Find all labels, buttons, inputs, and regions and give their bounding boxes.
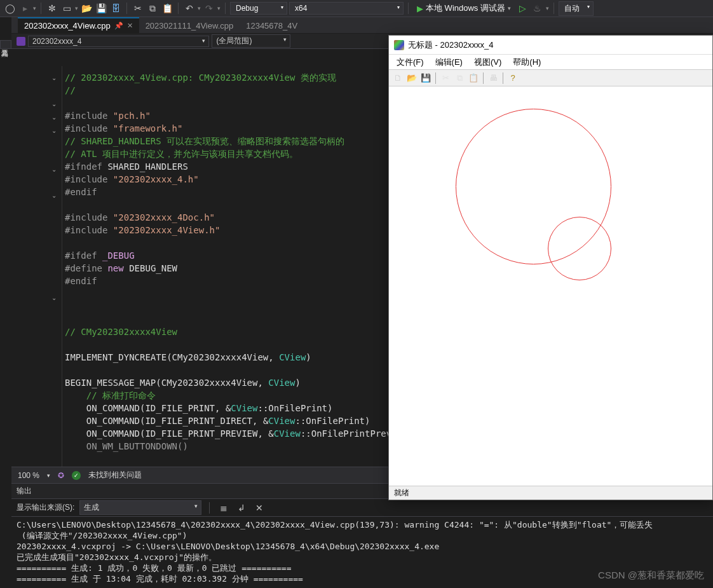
tab-label: 202302xxxx_4View.cpp xyxy=(24,21,111,31)
separator xyxy=(553,3,554,14)
output-source-dropdown[interactable]: 生成 xyxy=(79,500,201,515)
clear-icon[interactable]: ≣ xyxy=(217,502,230,514)
tab-label: 2023021111_4View.cpp xyxy=(146,21,234,31)
new-file-icon[interactable]: 🗋 xyxy=(391,72,404,85)
paste-icon[interactable]: 📋 xyxy=(161,2,173,15)
start-no-debug-icon[interactable]: ▷ xyxy=(517,2,529,15)
platform-dropdown[interactable]: x64 xyxy=(289,2,404,15)
small-circle xyxy=(548,217,611,280)
tab-item[interactable]: 2023021111_4View.cpp xyxy=(139,18,240,33)
menu-file[interactable]: 文件(F) xyxy=(391,55,429,69)
auto-dropdown[interactable]: 自动 xyxy=(559,1,594,16)
no-issues-label: 未找到相关问题 xyxy=(88,470,142,481)
cut-icon[interactable]: ✂ xyxy=(132,2,144,15)
open-icon[interactable]: 📂 xyxy=(80,2,93,15)
app-title: 无标题 - 202302xxxx_4 xyxy=(408,39,493,51)
mfc-app-window[interactable]: 无标题 - 202302xxxx_4 文件(F) 编辑(E) 视图(V) 帮助(… xyxy=(388,35,713,500)
paste-icon[interactable]: 📋 xyxy=(467,72,480,85)
editor-gutter: ⌄ ⌄ ⌄ ⌄ ⌄ ⌄ ⌄ xyxy=(11,66,62,467)
app-icon xyxy=(394,40,404,50)
save-file-icon[interactable]: 💾 xyxy=(419,72,432,85)
app-titlebar[interactable]: 无标题 - 202302xxxx_4 xyxy=(389,36,712,55)
help-icon[interactable]: ? xyxy=(506,72,519,85)
side-tab-toolbox[interactable]: 工具箱 xyxy=(0,40,11,49)
check-icon: ✓ xyxy=(72,471,81,480)
play-icon: ▶ xyxy=(417,4,423,13)
redo-icon[interactable]: ↷ xyxy=(203,2,215,15)
back-icon[interactable]: ◯ xyxy=(4,2,17,15)
copy-icon[interactable]: ⧉ xyxy=(146,2,159,15)
print-icon[interactable]: 🖶 xyxy=(487,72,499,85)
breadcrumb-scope[interactable]: (全局范围) xyxy=(212,34,290,48)
copy-icon[interactable]: ⧉ xyxy=(453,72,466,85)
menu-help[interactable]: 帮助(H) xyxy=(508,55,546,69)
separator xyxy=(408,3,409,14)
wordwrap-icon[interactable]: ↲ xyxy=(235,502,248,514)
start-debug-button[interactable]: ▶ 本地 Windows 调试器 ▾ xyxy=(413,3,515,14)
hot-reload-icon[interactable]: ♨ xyxy=(531,2,544,15)
vs-secondary-toolbar: ◯ ▸ ▾ ✼ ▭ ▾ 📂 💾 🗄 ✂ ⧉ 📋 ↶ ▾ ↷ ▾ Debug x6… xyxy=(0,0,713,17)
tab-item[interactable]: 12345678_4V xyxy=(240,18,304,33)
forward-icon[interactable]: ▸ xyxy=(18,2,31,15)
run-label: 本地 Windows 调试器 xyxy=(426,3,505,14)
app-toolbar: 🗋 📂 💾 ✂ ⧉ 📋 🖶 ? xyxy=(389,70,712,86)
separator xyxy=(178,3,179,14)
undo-icon[interactable]: ↶ xyxy=(183,2,196,15)
open-file-icon[interactable]: 📂 xyxy=(405,72,418,85)
app-menubar: 文件(F) 编辑(E) 视图(V) 帮助(H) xyxy=(389,55,712,70)
cut-icon[interactable]: ✂ xyxy=(439,72,452,85)
source-label: 显示输出来源(S): xyxy=(17,502,74,513)
new-item-icon[interactable]: ▭ xyxy=(60,2,73,15)
zoom-level[interactable]: 100 % xyxy=(18,471,39,480)
save-all-icon[interactable]: 🗄 xyxy=(109,2,122,15)
save-icon[interactable]: 💾 xyxy=(95,2,107,15)
separator xyxy=(225,3,226,14)
new-project-icon[interactable]: ✼ xyxy=(46,2,58,15)
project-icon xyxy=(17,37,25,46)
pin-icon[interactable]: 📌 xyxy=(114,22,123,30)
tab-label: 12345678_4V xyxy=(246,21,297,31)
output-text[interactable]: C:\Users\LENOVO\Desktop\12345678_4\20230… xyxy=(11,517,713,587)
separator xyxy=(126,3,127,14)
menu-edit[interactable]: 编辑(E) xyxy=(430,55,468,69)
intellisense-icon[interactable]: ✪ xyxy=(58,471,64,480)
clear-all-icon[interactable]: ✕ xyxy=(253,502,266,514)
separator xyxy=(41,3,41,14)
status-text: 就绪 xyxy=(394,488,409,497)
config-dropdown[interactable]: Debug xyxy=(230,2,287,15)
document-tabs: 202302xxxx_4View.cpp 📌 ✕ 2023021111_4Vie… xyxy=(11,17,713,34)
close-icon[interactable]: ✕ xyxy=(127,22,133,30)
app-canvas[interactable] xyxy=(389,86,712,486)
app-statusbar: 就绪 xyxy=(389,486,712,500)
output-controls: 显示输出来源(S): 生成 ≣ ↲ ✕ xyxy=(11,499,713,517)
breadcrumb-project[interactable]: 202302xxxx_4 xyxy=(28,36,209,47)
tab-active[interactable]: 202302xxxx_4View.cpp 📌 ✕ xyxy=(18,17,139,33)
menu-view[interactable]: 视图(V) xyxy=(469,55,506,69)
